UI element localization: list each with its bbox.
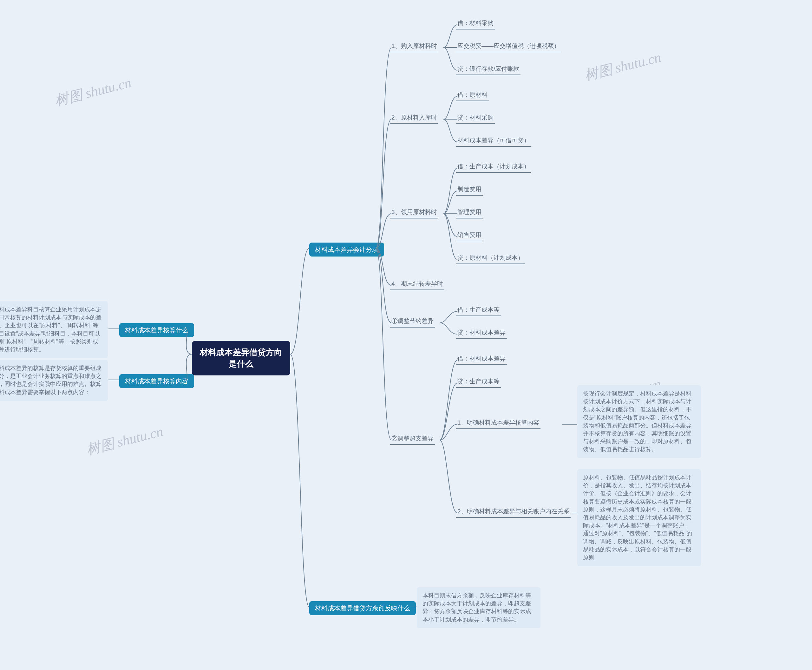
s6-c-label[interactable]: 1、明确材料成本差异核算内容 — [458, 418, 539, 427]
s5-b: 贷：材料成本差异 — [458, 328, 505, 337]
s1-a: 借：材料采购 — [458, 19, 493, 27]
watermark: 树图 shutu.cn — [583, 48, 663, 85]
watermark: 树图 shutu.cn — [53, 73, 134, 110]
watermark: 树图 shutu.cn — [85, 422, 165, 459]
s6-a: 借：材料成本差异 — [458, 355, 505, 363]
s2-label[interactable]: 2、原材料入库时 — [392, 113, 437, 122]
right-cat-2[interactable]: 材料成本差异借贷方余额反映什么 — [309, 601, 416, 615]
s3-a: 借：生产成本（计划成本） — [458, 162, 530, 171]
right-cat-2-desc: 本科目期末借方余额，反映企业库存材料等的实际成本大于计划成本的差异，即超支差异；… — [417, 587, 541, 628]
s3-c: 管理费用 — [458, 208, 481, 217]
s3-label[interactable]: 3、领用原材料时 — [392, 208, 437, 217]
s3-e: 贷：原材料（计划成本） — [458, 254, 524, 262]
left-cat-1[interactable]: 材料成本差异核算什么 — [119, 323, 194, 337]
s1-c: 贷：银行存款/应付账款 — [458, 65, 519, 73]
s2-c: 材料成本差异（可借可贷） — [458, 136, 530, 145]
s6-c-desc: 按现行会计制度规定，材料成本差异是材料按计划成本计价方式下，材料实际成本与计划成… — [577, 385, 701, 458]
s3-b: 制造费用 — [458, 185, 481, 194]
left-cat-2[interactable]: 材料成本差异核算内容 — [119, 374, 194, 388]
s4-label[interactable]: 4、期末结转差异时 — [392, 280, 443, 288]
left-desc-2: 材料成本差异的核算是存货核算的重要组成部分，是工业会计业务核算的重点和难点之一，… — [0, 360, 108, 401]
s1-label[interactable]: 1、购入原材料时 — [392, 42, 437, 51]
left-desc-1: 材料成本差异科目核算企业采用计划成本进行日常核算的材料计划成本与实际成本的差额。… — [0, 301, 108, 358]
root-node[interactable]: 材料成本差异借贷方向是什么 — [192, 341, 290, 376]
s3-d: 销售费用 — [458, 231, 481, 239]
s2-a: 借：原材料 — [458, 91, 488, 99]
s2-b: 贷：材料采购 — [458, 113, 493, 122]
s1-b: 应交税费——应交增值税（进项税额） — [458, 42, 560, 51]
s6-label[interactable]: ②调整超支差异 — [392, 435, 434, 443]
right-cat-1[interactable]: 材料成本差异会计分录 — [309, 243, 384, 257]
mindmap-canvas: 树图 shutu.cn 树图 shutu.cn 树图 shutu.cn 树图 s… — [0, 0, 812, 670]
s6-d-label[interactable]: 2、明确材料成本差异与相关账户内在关系 — [458, 508, 570, 516]
s5-label[interactable]: ①调整节约差异 — [392, 317, 434, 326]
s5-a: 借：生产成本等 — [458, 306, 500, 314]
s6-d-desc: 原材料、包装物、低值易耗品按计划成本计价，是指其收入、发出、结存均按计划成本计价… — [577, 469, 701, 566]
s6-b: 贷：生产成本等 — [458, 377, 500, 386]
